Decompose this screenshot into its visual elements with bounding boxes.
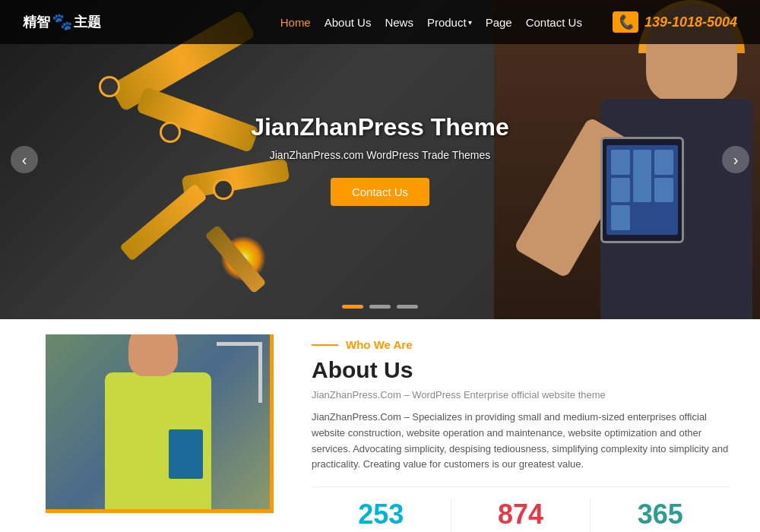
about-section: Who We Are About Us JianZhanPress.Com – … bbox=[0, 319, 760, 532]
about-subtitle: JianZhanPress.Com – WordPress Enterprise… bbox=[312, 389, 730, 401]
chevron-left-icon: ‹ bbox=[22, 151, 27, 169]
nav-item-home[interactable]: Home bbox=[280, 16, 311, 29]
clipboard-visual bbox=[169, 429, 203, 479]
crane-visual bbox=[217, 342, 262, 403]
logo-text-1: 精智 bbox=[23, 13, 50, 31]
hero-cta-button[interactable]: Contact Us bbox=[331, 178, 429, 206]
logo: 精智 🐾 主题 bbox=[23, 12, 101, 32]
stat-num-company: 874 bbox=[451, 499, 591, 530]
phone-number: 139-1018-5004 bbox=[644, 14, 737, 30]
slider-prev-button[interactable]: ‹ bbox=[11, 146, 38, 173]
stat-company: 874 company bbox=[451, 499, 591, 532]
stat-themes: 365 themes bbox=[591, 499, 730, 532]
slider-dot-3[interactable] bbox=[397, 305, 418, 309]
about-image-frame bbox=[46, 334, 274, 513]
nav-item-product[interactable]: Product ▾ bbox=[427, 16, 472, 29]
main-nav: Home About Us News Product ▾ Page Contac… bbox=[280, 16, 582, 29]
phone-icon: 📞 bbox=[613, 11, 638, 33]
slider-dots bbox=[342, 305, 418, 309]
about-description: JianZhanPress.Com – Specializes in provi… bbox=[312, 410, 730, 473]
person-face bbox=[128, 334, 178, 376]
about-content-column: Who We Are About Us JianZhanPress.Com – … bbox=[289, 319, 760, 532]
dropdown-arrow-icon: ▾ bbox=[468, 18, 472, 27]
about-title: About Us bbox=[312, 357, 730, 383]
slider-next-button[interactable]: › bbox=[722, 146, 749, 173]
stat-num-jianzhanpress: 253 bbox=[312, 499, 451, 530]
decorative-line bbox=[312, 344, 338, 346]
hero-subtitle: JianZhanPress.com WordPress Trade Themes bbox=[270, 149, 491, 161]
hero-overlay: JianZhanPress Theme JianZhanPress.com Wo… bbox=[0, 0, 760, 319]
phone-box: 📞 139-1018-5004 bbox=[613, 11, 737, 33]
about-image-column bbox=[0, 319, 289, 532]
nav-item-about[interactable]: About Us bbox=[325, 16, 372, 29]
slider-dot-1[interactable] bbox=[342, 305, 363, 309]
logo-text-2: 主题 bbox=[74, 13, 101, 31]
who-we-are-text: Who We Are bbox=[346, 338, 413, 351]
nav-item-contact[interactable]: Contact Us bbox=[526, 16, 582, 29]
phone-icon-symbol: 📞 bbox=[617, 14, 634, 30]
chevron-right-icon: › bbox=[733, 151, 739, 169]
hero-section: JianZhanPress Theme JianZhanPress.com Wo… bbox=[0, 0, 760, 319]
stats-row: 253 jianzhanpress 874 company 365 themes bbox=[312, 486, 730, 532]
stat-num-themes: 365 bbox=[591, 499, 730, 530]
logo-paw-icon: 🐾 bbox=[52, 12, 72, 32]
nav-item-page[interactable]: Page bbox=[486, 16, 512, 29]
who-we-are-label-row: Who We Are bbox=[312, 338, 730, 351]
stat-jianzhanpress: 253 jianzhanpress bbox=[312, 499, 451, 532]
header: 精智 🐾 主题 Home About Us News Product ▾ Pag… bbox=[0, 0, 760, 44]
slider-dot-2[interactable] bbox=[369, 305, 391, 309]
hero-title: JianZhanPress Theme bbox=[251, 113, 509, 141]
nav-item-news[interactable]: News bbox=[385, 16, 413, 29]
